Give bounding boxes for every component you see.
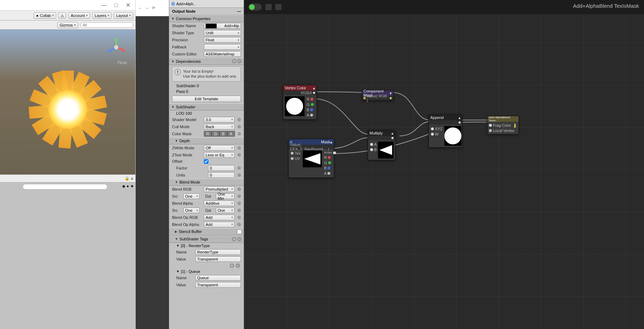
dst-alpha-dropdown[interactable]: One▾ — [216, 208, 235, 213]
section-subshader-tags[interactable]: ▼SubShader Tags+− — [169, 235, 244, 243]
minimize-icon[interactable]: — — [101, 2, 107, 8]
gizmos-dropdown[interactable]: Gizmos▾ — [57, 22, 78, 28]
remove-dependency-button[interactable]: − — [237, 59, 242, 64]
remove-tag-button[interactable]: − — [237, 237, 242, 241]
section-depth[interactable]: ▼Depth — [169, 137, 244, 144]
shader-type-dropdown[interactable]: Unlit▾ — [204, 30, 241, 36]
menu-icon[interactable]: ≡ — [131, 177, 133, 181]
blend-alpha-dropdown[interactable]: Additive▾ — [204, 201, 235, 206]
add-tag-button[interactable]: + — [232, 237, 236, 241]
node-mask-texture[interactable]: ≡Mask▴ Value( CFX_T_RayRound… ) Tex UV R… — [288, 139, 334, 178]
section-dependencies[interactable]: ▼Dependencies+− — [169, 58, 244, 65]
tag0-value-label: Value — [176, 257, 194, 261]
reset-icon[interactable] — [237, 166, 241, 170]
ztest-dropdown[interactable]: Less or Eq▾ — [204, 152, 235, 158]
section-common-properties[interactable]: ▼Common Properties — [169, 15, 244, 22]
project-search-input[interactable] — [23, 184, 107, 190]
lock-icon[interactable]: 🔒 — [125, 176, 130, 181]
units-field[interactable]: 0 — [208, 172, 235, 178]
collapse-icon[interactable]: ▴ — [459, 115, 461, 120]
close-icon[interactable]: ✕ — [126, 2, 130, 8]
reset-icon[interactable] — [237, 118, 241, 121]
toolbar-button[interactable] — [265, 4, 272, 10]
src-alpha-dropdown[interactable]: One▾ — [183, 208, 200, 213]
reset-icon[interactable] — [237, 216, 241, 219]
toolbar-button[interactable] — [275, 4, 282, 10]
label-icon[interactable]: ● — [126, 184, 129, 189]
blend-op-alpha-dropdown[interactable]: Add▾ — [204, 222, 235, 227]
node-append[interactable]: Append▴ XYZ W — [429, 114, 462, 148]
orientation-gizmo-icon[interactable] — [106, 37, 127, 58]
layout-dropdown[interactable]: Layout▾ — [114, 12, 133, 19]
maximize-icon[interactable]: □ — [114, 2, 118, 8]
colormask-a[interactable]: A — [227, 131, 235, 137]
reset-icon[interactable] — [237, 153, 241, 157]
scene-search-input[interactable] — [80, 22, 133, 28]
precision-dropdown[interactable]: Float▾ — [204, 37, 241, 43]
node-output[interactable]: Add+AlphaBlend TexIs… Frag Color Local V… — [487, 116, 519, 134]
tag0-value-field[interactable]: Transparent — [195, 256, 241, 262]
live-toggle[interactable] — [248, 4, 262, 11]
remove-tag-button[interactable]: − — [236, 263, 240, 268]
reset-icon[interactable] — [237, 173, 241, 177]
zwrite-dropdown[interactable]: Off▾ — [204, 145, 235, 151]
colormask-b[interactable]: B — [219, 131, 227, 137]
colormask-g[interactable]: G — [212, 131, 219, 137]
filter-icon[interactable]: ◆ — [122, 184, 125, 189]
tag-0-header[interactable]: ▼[0] - RenderType — [169, 243, 244, 249]
collapse-icon[interactable]: ▴ — [391, 131, 394, 136]
node-graph-canvas[interactable]: Add+AlphaBlend TexIsMask Vertex Color▴ R… — [244, 0, 644, 329]
reset-icon[interactable] — [237, 195, 241, 198]
cull-mode-dropdown[interactable]: Back▾ — [204, 124, 235, 130]
section-stencil[interactable]: ▶Stencil Buffer — [169, 228, 244, 235]
star-icon[interactable]: ★ — [130, 184, 134, 189]
stencil-checkbox[interactable] — [237, 229, 242, 234]
blend-rgb-dropdown[interactable]: Premultiplied▾ — [204, 186, 235, 192]
scene-view[interactable]: Persp — [0, 30, 135, 174]
collapse-icon[interactable]: ▴ — [313, 86, 315, 90]
reset-icon[interactable] — [237, 187, 241, 191]
reset-icon[interactable] — [237, 125, 241, 128]
offset-checkbox[interactable] — [204, 159, 208, 164]
reset-icon[interactable] — [238, 132, 241, 136]
reset-icon[interactable] — [237, 146, 241, 150]
blend-op-rgb-dropdown[interactable]: Add▾ — [204, 215, 235, 220]
perspective-label[interactable]: Persp — [118, 61, 127, 65]
layers-dropdown[interactable]: Layers▾ — [92, 12, 112, 19]
reset-icon[interactable] — [237, 209, 241, 212]
reset-icon[interactable] — [237, 223, 241, 226]
colormask-r[interactable]: R — [204, 131, 212, 137]
back-icon[interactable]: ← — [138, 6, 142, 10]
src-rgb-dropdown[interactable]: One▾ — [183, 193, 200, 199]
inspector-tab[interactable]: Add+Alph.. — [169, 0, 244, 8]
reload-icon[interactable]: ⟳ — [152, 6, 155, 10]
add-dependency-button[interactable]: + — [232, 59, 236, 64]
node-vertex-color[interactable]: Vertex Color▴ RGBA R G B A — [283, 85, 317, 120]
fallback-field[interactable]: ▾ — [204, 44, 241, 50]
shader-name-field[interactable]: ████Add+Alp — [204, 23, 241, 29]
tag1-name-field[interactable]: Queue — [195, 275, 241, 281]
dst-rgb-dropdown[interactable]: One Min▾ — [216, 193, 235, 199]
shader-type-label: Shader Type — [172, 31, 202, 35]
factor-field[interactable]: 0 — [208, 165, 235, 171]
custom-editor-field[interactable]: ASEMaterialInsp — [204, 51, 241, 57]
section-subshader[interactable]: ▼SubShader — [169, 103, 244, 110]
cloud-button[interactable]: △ — [58, 12, 66, 19]
collapse-icon[interactable]: ▾ — [390, 91, 392, 96]
account-dropdown[interactable]: Account▾ — [68, 12, 90, 19]
node-component-mask[interactable]: Component Mask▾ Value( RGB ) — [362, 90, 394, 101]
shader-model-dropdown[interactable]: 3.0▾ — [204, 117, 235, 122]
tag0-name-field[interactable]: RenderType — [195, 249, 241, 255]
forward-icon[interactable]: → — [145, 6, 149, 10]
edit-template-button[interactable]: Edit Template — [172, 96, 241, 102]
save-icon[interactable]: ⬇ — [513, 122, 517, 129]
collab-dropdown[interactable]: ●Collab▾ — [34, 12, 56, 19]
add-tag-button[interactable]: + — [230, 263, 234, 268]
node-multiply[interactable]: Multiply▴ A B — [368, 130, 395, 160]
section-blend-mode[interactable]: ▼Blend Mode — [169, 179, 244, 186]
svg-marker-8 — [304, 153, 320, 164]
reset-icon[interactable] — [237, 202, 241, 205]
tag1-value-field[interactable]: Transparent — [195, 282, 241, 288]
svg-marker-3 — [123, 49, 125, 52]
tag-1-header[interactable]: ▼[1] - Queue — [169, 269, 244, 274]
